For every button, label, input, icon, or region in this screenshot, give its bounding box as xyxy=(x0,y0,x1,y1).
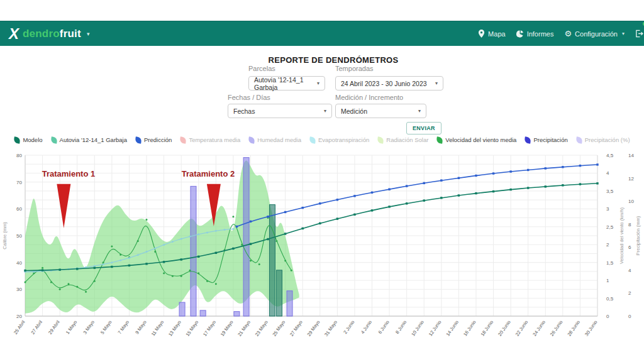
legend-item-radiaci-n-solar[interactable]: Radiación Solar xyxy=(377,136,428,143)
svg-text:12 Junio: 12 Junio xyxy=(428,319,443,337)
svg-text:5 Mayo: 5 Mayo xyxy=(99,319,113,335)
svg-text:16 Junio: 16 Junio xyxy=(462,319,477,337)
svg-text:60: 60 xyxy=(16,206,22,212)
svg-text:Calibre (mm): Calibre (mm) xyxy=(2,222,8,250)
legend-label: Precipitación (%) xyxy=(585,136,630,143)
svg-text:3 Mayo: 3 Mayo xyxy=(82,319,95,335)
brand-logo[interactable]: X dendrofruit ▾ xyxy=(0,26,89,41)
logout-icon xyxy=(635,30,643,38)
legend-label: Radiación Solar xyxy=(386,136,428,143)
svg-text:0,5: 0,5 xyxy=(606,296,614,302)
leaf-icon xyxy=(135,136,142,144)
temporadas-value: 24 Abril 2023 - 30 Junio 2023 xyxy=(341,80,427,87)
leaf-icon xyxy=(377,136,384,144)
svg-text:2: 2 xyxy=(628,290,631,296)
svg-text:2 Junio: 2 Junio xyxy=(342,319,355,335)
svg-text:12: 12 xyxy=(628,176,634,182)
svg-text:22 Junio: 22 Junio xyxy=(514,319,530,337)
y-axis-calibre: 20304050607080Calibre (mm) xyxy=(2,153,23,319)
leaf-icon xyxy=(248,136,255,144)
enviar-button[interactable]: ENVIAR xyxy=(406,122,441,134)
svg-text:1,5: 1,5 xyxy=(606,260,614,266)
svg-text:40: 40 xyxy=(16,260,22,266)
legend-item-predicci-n[interactable]: Predicción xyxy=(135,136,172,143)
legend-label: Predicción xyxy=(144,136,172,143)
brand-x-icon: X xyxy=(9,26,19,41)
y-axis-viento: 00,511,522,533,544,5Velocidad del viento… xyxy=(606,153,625,319)
svg-text:30 Junio: 30 Junio xyxy=(584,319,599,337)
svg-text:70: 70 xyxy=(16,180,22,185)
svg-text:11 Mayo: 11 Mayo xyxy=(150,319,165,337)
nav-item-configuracion[interactable]: ⚙ Configuración ▾ xyxy=(564,30,625,38)
leaf-icon xyxy=(14,136,21,144)
legend-label: Modelo xyxy=(23,136,42,143)
svg-text:50: 50 xyxy=(16,233,22,239)
gear-icon: ⚙ xyxy=(564,30,572,38)
chevron-down-icon: ▾ xyxy=(317,80,319,86)
pie-chart-icon xyxy=(516,30,524,38)
brand-name-white: fruit xyxy=(60,28,81,40)
nav-item-informes[interactable]: Informes xyxy=(516,30,554,38)
chevron-down-icon: ▾ xyxy=(622,31,625,36)
legend-item-precipitaci-n-[interactable]: Precipitación (%) xyxy=(576,136,630,143)
svg-text:0: 0 xyxy=(606,314,609,319)
parcelas-label: Parcelas xyxy=(248,65,275,72)
svg-text:4,5: 4,5 xyxy=(606,153,614,158)
legend-item-autovia-12-14-1-garbaja[interactable]: Autovia '12-14_1 Garbaja xyxy=(51,136,127,143)
svg-text:18 Junio: 18 Junio xyxy=(480,319,495,337)
temporadas-label: Temporadas xyxy=(335,65,374,72)
nav-item-label: Mapa xyxy=(488,30,506,38)
fechas-dias-label: Fechas / Días xyxy=(228,94,270,101)
parcelas-value: Autovia '12-14_1 Garbaja xyxy=(254,76,313,91)
svg-text:1: 1 xyxy=(606,278,609,283)
legend-item-evapotranspiraci-n[interactable]: Evapotranspiración xyxy=(309,136,369,143)
svg-text:0: 0 xyxy=(628,314,631,319)
leaf-icon xyxy=(436,136,444,144)
dendrometer-chart[interactable]: Tratamiento 1Tratamiento 225 Abril27 Abr… xyxy=(0,150,644,346)
svg-text:3,5: 3,5 xyxy=(606,189,614,194)
svg-text:13 Mayo: 13 Mayo xyxy=(167,319,182,337)
svg-text:8 Junio: 8 Junio xyxy=(394,319,408,335)
svg-text:4: 4 xyxy=(606,170,609,176)
navbar: X dendrofruit ▾ Mapa Informes ⚙ Configur… xyxy=(0,21,644,46)
nav-item-mapa[interactable]: Mapa xyxy=(478,30,506,38)
medicion-label: Medición / Incremento xyxy=(335,94,403,101)
legend-item-modelo[interactable]: Modelo xyxy=(14,136,42,143)
legend-label: Velocidad del viento media xyxy=(445,136,516,143)
svg-text:Tratamiento 1: Tratamiento 1 xyxy=(42,169,96,178)
legend-item-humedad-media[interactable]: Humedad media xyxy=(248,136,301,143)
parcelas-select[interactable]: Autovia '12-14_1 Garbaja▾ xyxy=(248,76,325,90)
svg-text:26 Junio: 26 Junio xyxy=(549,319,564,337)
leaf-icon xyxy=(50,136,58,144)
svg-text:6 Junio: 6 Junio xyxy=(377,319,390,335)
nav-item-salir[interactable]: Salir xyxy=(635,30,644,38)
svg-text:20 Junio: 20 Junio xyxy=(497,319,512,337)
svg-text:24 Junio: 24 Junio xyxy=(531,319,547,337)
svg-text:4: 4 xyxy=(628,268,631,273)
leaf-icon xyxy=(575,136,583,144)
svg-text:31 Mayo: 31 Mayo xyxy=(323,319,338,337)
fechas-dias-value: Fechas xyxy=(233,107,255,115)
fechas-dias-select[interactable]: Fechas▾ xyxy=(228,104,332,118)
brand-name-green: dendro xyxy=(23,28,60,40)
svg-text:30: 30 xyxy=(16,287,22,292)
legend-item-temperatura-media[interactable]: Temperatura media xyxy=(180,136,240,143)
chevron-down-icon: ▾ xyxy=(87,31,90,37)
legend-item-precipitaci-n[interactable]: Precipitación xyxy=(525,136,567,143)
nav-item-label: Informes xyxy=(527,30,554,38)
svg-text:27 Mayo: 27 Mayo xyxy=(289,319,304,337)
svg-text:29 Mayo: 29 Mayo xyxy=(306,319,321,337)
svg-text:25 Abril: 25 Abril xyxy=(13,319,26,336)
svg-text:Tratamiento 2: Tratamiento 2 xyxy=(182,169,235,178)
svg-text:21 Mayo: 21 Mayo xyxy=(236,319,252,337)
medicion-select[interactable]: Medición▾ xyxy=(335,104,426,118)
temporadas-select[interactable]: 24 Abril 2023 - 30 Junio 2023▾ xyxy=(335,76,443,90)
y-axis-precip: 02468101214Precipitación (mm) xyxy=(628,153,641,319)
svg-text:4 Junio: 4 Junio xyxy=(360,319,373,335)
legend-label: Humedad media xyxy=(257,136,301,143)
legend-item-velocidad-del-viento-media[interactable]: Velocidad del viento media xyxy=(436,136,516,143)
svg-text:Precipitación (mm): Precipitación (mm) xyxy=(635,216,641,255)
svg-text:2: 2 xyxy=(606,242,609,248)
svg-text:17 Mayo: 17 Mayo xyxy=(202,319,217,337)
svg-text:20: 20 xyxy=(16,314,22,319)
